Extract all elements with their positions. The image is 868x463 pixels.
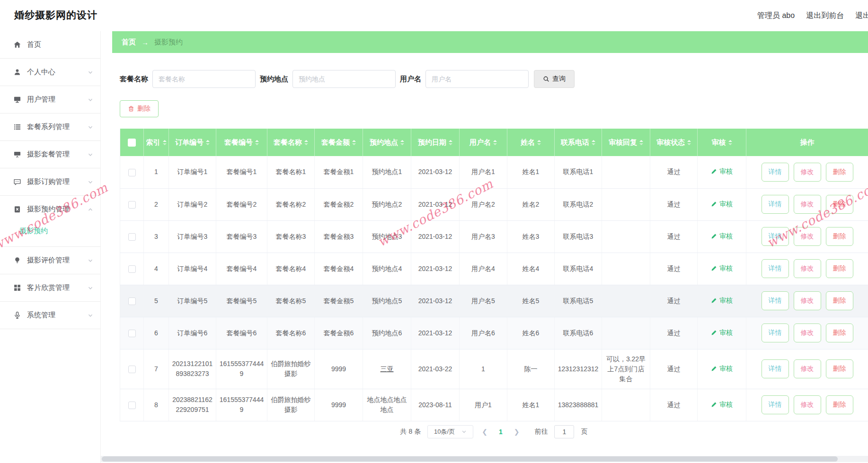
goto-page-input[interactable] [554, 425, 574, 438]
delete-button[interactable]: 删除 [826, 359, 853, 378]
sort-carets-icon[interactable] [400, 140, 404, 145]
horizontal-scrollbar[interactable] [101, 456, 868, 462]
sidebar-group: 摄影评价管理 [0, 247, 100, 274]
audit-link[interactable]: 审核 [711, 231, 733, 241]
breadcrumb-home-link[interactable]: 首页 [122, 38, 136, 47]
search-button[interactable]: 查询 [534, 70, 575, 88]
delete-button[interactable]: 删除 [826, 291, 853, 310]
column-header-12[interactable]: 审核状态 [650, 129, 698, 156]
row-checkbox[interactable] [128, 201, 136, 209]
audit-link[interactable]: 审核 [711, 263, 733, 273]
detail-button[interactable]: 详情 [762, 395, 789, 414]
edit-button[interactable]: 修改 [794, 291, 821, 310]
sort-carets-icon[interactable] [255, 140, 259, 145]
audit-link[interactable]: 审核 [711, 328, 733, 338]
sidebar-item-8[interactable]: 客片欣赏管理 [0, 274, 100, 301]
column-header-8[interactable]: 用户名 [460, 129, 507, 156]
edit-button[interactable]: 修改 [794, 163, 821, 182]
place-link[interactable]: 三亚 [381, 365, 394, 373]
audit-link[interactable]: 审核 [711, 400, 733, 410]
column-header-2[interactable]: 订单编号 [169, 129, 216, 156]
cell-actions: 详情修改删除 [746, 349, 868, 389]
column-header-3[interactable]: 套餐编号 [216, 129, 267, 156]
column-header-5[interactable]: 套餐金额 [315, 129, 363, 156]
edit-button[interactable]: 修改 [794, 395, 821, 414]
edit-button[interactable]: 修改 [794, 323, 821, 342]
booking-place-input[interactable] [292, 70, 396, 88]
package-name-input[interactable] [152, 70, 256, 88]
row-checkbox[interactable] [128, 330, 136, 337]
column-header-4[interactable]: 套餐名称 [267, 129, 315, 156]
column-header-6[interactable]: 预约地点 [363, 129, 411, 156]
sort-carets-icon[interactable] [493, 140, 497, 145]
edit-button[interactable]: 修改 [794, 227, 821, 246]
row-checkbox[interactable] [128, 366, 136, 373]
delete-button[interactable]: 删除 [826, 259, 853, 278]
edit-button[interactable]: 修改 [794, 359, 821, 378]
username-input[interactable] [425, 70, 529, 88]
sidebar-item-6[interactable]: 摄影预约管理 [0, 196, 100, 223]
logout-link[interactable]: 退出 [855, 11, 868, 21]
sidebar-item-5[interactable]: 摄影订购管理 [0, 168, 100, 195]
delete-button[interactable]: 删除 [826, 395, 853, 414]
row-checkbox[interactable] [128, 297, 136, 305]
detail-button[interactable]: 详情 [762, 195, 789, 214]
current-page[interactable]: 1 [496, 428, 505, 436]
sort-carets-icon[interactable] [537, 140, 541, 145]
sort-carets-icon[interactable] [352, 140, 356, 145]
scrollbar-thumb[interactable] [102, 456, 838, 462]
column-header-label: 套餐金额 [321, 138, 350, 146]
next-page-button[interactable]: ❯ [512, 428, 522, 436]
column-header-9[interactable]: 姓名 [507, 129, 555, 156]
sidebar-item-9[interactable]: 系统管理 [0, 302, 100, 329]
prev-page-button[interactable]: ❮ [480, 428, 489, 436]
sidebar-item-0[interactable]: 首页 [0, 31, 100, 58]
delete-button[interactable]: 删除 [826, 227, 853, 246]
sort-carets-icon[interactable] [728, 140, 732, 145]
sidebar-item-4[interactable]: 摄影套餐管理 [0, 141, 100, 168]
sort-carets-icon[interactable] [449, 140, 452, 145]
audit-link[interactable]: 审核 [711, 296, 733, 306]
sidebar-subitem[interactable]: 摄影预约 [0, 223, 100, 239]
detail-button[interactable]: 详情 [762, 323, 789, 342]
row-checkbox[interactable] [128, 169, 136, 176]
cell-amount: 9999 [315, 349, 363, 389]
sort-carets-icon[interactable] [206, 140, 210, 145]
sort-carets-icon[interactable] [592, 140, 595, 145]
edit-button[interactable]: 修改 [794, 195, 821, 214]
column-header-1[interactable]: 索引 [144, 129, 169, 156]
delete-button[interactable]: 删除 [826, 195, 853, 214]
sort-carets-icon[interactable] [639, 140, 643, 145]
detail-button[interactable]: 详情 [762, 259, 789, 278]
sidebar-item-3[interactable]: 套餐系列管理 [0, 114, 100, 140]
column-header-10[interactable]: 联系电话 [555, 129, 602, 156]
audit-link[interactable]: 审核 [711, 364, 733, 374]
chevron-down-icon [87, 312, 94, 319]
bulk-delete-button[interactable]: 删除 [120, 100, 159, 117]
audit-link[interactable]: 审核 [711, 199, 733, 209]
sidebar-item-7[interactable]: 摄影评价管理 [0, 247, 100, 274]
select-all-checkbox[interactable] [128, 139, 136, 147]
detail-button[interactable]: 详情 [762, 227, 789, 246]
admin-user-link[interactable]: 管理员 abo [757, 11, 795, 21]
sort-carets-icon[interactable] [163, 140, 167, 145]
column-header-11[interactable]: 审核回复 [602, 129, 650, 156]
sidebar-item-2[interactable]: 用户管理 [0, 86, 100, 113]
column-header-7[interactable]: 预约日期 [411, 129, 460, 156]
delete-button[interactable]: 删除 [826, 163, 853, 182]
audit-link[interactable]: 审核 [711, 166, 733, 176]
edit-button[interactable]: 修改 [794, 259, 821, 278]
page-size-select[interactable]: 10条/页 [427, 425, 473, 438]
column-header-13[interactable]: 审核 [698, 129, 746, 156]
sort-carets-icon[interactable] [687, 140, 691, 145]
exit-to-front-link[interactable]: 退出到前台 [806, 11, 844, 21]
detail-button[interactable]: 详情 [762, 359, 789, 378]
sidebar-item-1[interactable]: 个人中心 [0, 59, 100, 86]
sort-carets-icon[interactable] [304, 140, 308, 145]
detail-button[interactable]: 详情 [762, 163, 789, 182]
row-checkbox[interactable] [128, 265, 136, 273]
delete-button[interactable]: 删除 [826, 323, 853, 342]
row-checkbox[interactable] [128, 402, 136, 409]
detail-button[interactable]: 详情 [762, 291, 789, 310]
row-checkbox[interactable] [128, 233, 136, 241]
